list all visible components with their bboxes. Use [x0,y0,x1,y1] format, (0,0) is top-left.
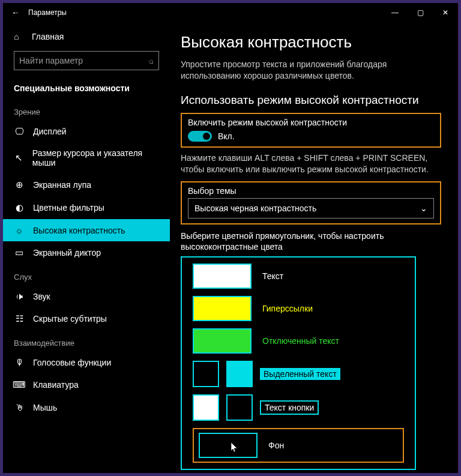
window-title: Параметры [28,8,382,17]
sidebar-item-captions[interactable]: ☷ Скрытые субтитры [3,307,170,330]
toggle-knob [203,133,210,140]
swatch-label-hyperlink: Гиперссылки [259,303,316,315]
swatch-label-disabled: Отключенный текст [259,335,343,347]
chevron-down-icon: ⌄ [420,203,427,213]
swatch-row-hyperlink: Гиперссылки [193,296,404,321]
page-title: Высокая контрастность [181,33,441,52]
swatch-text[interactable] [193,264,252,289]
narrator-icon: ▭ [14,247,25,258]
swatch-row-button: Текст кнопки [193,394,404,421]
contrast-icon: ☼ [14,225,25,235]
sidebar-item-color-filters[interactable]: ◐ Цветные фильтры [3,196,170,219]
toggle-label: Включить режим высокой контрастности [188,118,434,127]
swatch-row-selected: Выделенный текст [193,361,404,387]
audio-icon: 🕩 [14,291,25,301]
shortcut-hint: Нажмите клавиши ALT слева + SHIFT слева … [181,152,441,175]
group-label-interaction: Взаимодействие [3,330,170,351]
keyboard-icon: ⌨ [14,379,25,390]
maximize-button[interactable]: ▢ [408,3,433,22]
swatch-disabled[interactable] [193,328,252,354]
search-icon: ⌕ [149,56,154,65]
swatch-area: Текст Гиперссылки Отключенный текст Выде… [181,256,416,470]
home-link[interactable]: ⌂ Главная [3,27,170,46]
group-label-hearing: Слух [3,264,170,285]
swatch-selected-bg[interactable] [226,361,253,387]
sidebar: ⌂ Главная Найти параметр ⌕ Специальные в… [3,22,170,473]
toggle-state: Вкл. [218,131,235,141]
swatch-button-bg[interactable] [226,394,253,421]
sidebar-item-label: Клавиатура [33,380,79,390]
swatch-label-button: Текст кнопки [260,400,319,415]
sidebar-item-label: Дисплей [33,127,67,136]
home-label: Главная [32,32,64,41]
monitor-icon: 🖵 [14,126,25,136]
captions-icon: ☷ [14,313,25,324]
theme-value: Высокая черная контрастность [194,203,316,213]
sidebar-item-display[interactable]: 🖵 Дисплей [3,120,170,142]
sidebar-item-high-contrast[interactable]: ☼ Высокая контрастность [3,219,170,241]
search-input[interactable]: Найти параметр ⌕ [14,51,159,70]
sidebar-item-keyboard[interactable]: ⌨ Клавиатура [3,373,170,396]
sidebar-item-label: Звук [33,292,50,301]
theme-select[interactable]: Высокая черная контрастность ⌄ [188,198,434,218]
sidebar-item-label: Мышь [33,403,57,412]
section-heading: Использовать режим высокой контрастности [181,94,441,107]
search-placeholder: Найти параметр [19,56,83,65]
sidebar-item-label: Экранный диктор [33,248,101,258]
back-button[interactable]: ← [3,8,28,17]
swatch-label-background: Фон [265,439,288,451]
highlight-toggle-region: Включить режим высокой контрастности Вкл… [181,113,441,148]
mouse-icon: 🖰 [14,402,25,412]
sidebar-item-label: Цветные фильтры [33,203,104,212]
swatch-button-fg[interactable] [193,394,219,421]
sidebar-item-label: Скрытые субтитры [33,314,107,324]
swatch-row-text: Текст [193,264,404,289]
magnifier-icon: ⊕ [14,179,25,190]
home-icon: ⌂ [14,32,23,41]
page-description: Упростите просмотр текста и приложений б… [181,59,441,82]
swatch-background[interactable] [199,433,258,458]
swatch-row-disabled: Отключенный текст [193,328,404,354]
close-button[interactable]: ✕ [433,3,458,22]
swatch-selected-fg[interactable] [193,361,219,387]
sidebar-item-label: Размер курсора и указателя мыши [32,148,159,167]
theme-label: Выбор темы [188,186,434,196]
color-filter-icon: ◐ [14,202,25,213]
sidebar-item-label: Высокая контрастность [33,226,125,235]
sidebar-item-speech[interactable]: 🎙 Голосовые функции [3,351,170,373]
swatch-label-selected: Выделенный текст [260,368,340,380]
swatch-label-text: Текст [259,270,287,282]
highlight-background-region: Фон [193,428,404,463]
group-label-vision: Зрение [3,99,170,120]
sidebar-section-title: Специальные возможности [3,79,170,99]
content-area: Высокая контрастность Упростите просмотр… [170,22,458,473]
sidebar-item-mouse[interactable]: 🖰 Мышь [3,396,170,418]
swatch-hyperlink[interactable] [193,296,252,321]
sidebar-item-cursor-size[interactable]: ↖ Размер курсора и указателя мыши [3,142,170,173]
swatch-instruction: Выберите цветной прямоугольник, чтобы на… [181,230,441,253]
sidebar-item-narrator[interactable]: ▭ Экранный диктор [3,241,170,264]
swatch-row-background: Фон [199,433,398,458]
settings-window: ← Параметры — ▢ ✕ ⌂ Главная Найти параме… [3,3,458,473]
sidebar-item-magnifier[interactable]: ⊕ Экранная лупа [3,173,170,196]
high-contrast-toggle[interactable] [188,131,212,142]
cursor-pointer-icon [231,442,238,453]
sidebar-item-audio[interactable]: 🕩 Звук [3,285,170,307]
microphone-icon: 🎙 [14,357,25,367]
sidebar-item-label: Голосовые функции [33,358,111,367]
minimize-button[interactable]: — [382,3,408,22]
highlight-theme-region: Выбор темы Высокая черная контрастность … [181,181,441,224]
cursor-icon: ↖ [14,152,24,163]
titlebar: ← Параметры — ▢ ✕ [3,3,458,22]
sidebar-item-label: Экранная лупа [33,180,91,190]
